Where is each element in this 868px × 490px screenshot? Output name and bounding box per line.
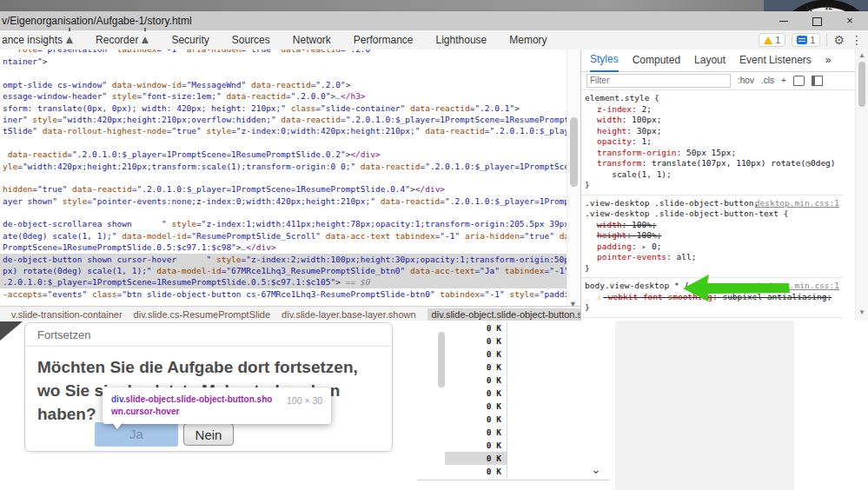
tab-label: Security xyxy=(171,34,209,46)
devtools-tab-lighthouse[interactable]: Lighthouse xyxy=(436,34,487,46)
elements-tree-row[interactable]: role="presentation" tabindex="-1" aria-h… xyxy=(0,50,567,56)
size-list-row[interactable]: 0 K xyxy=(445,361,507,374)
size-list-row[interactable]: 0 K xyxy=(445,426,507,439)
breadcrumb-item[interactable]: div.slide-object.slide-object-button.sho… xyxy=(427,308,580,321)
css-rule[interactable]: desktop.min.css:1.view-desktop .slide-ob… xyxy=(581,195,843,279)
code-line-text: de-object-button shown cursor-hover " st… xyxy=(3,255,567,264)
elements-tree-row[interactable]: essage-window-header" style="font-size:1… xyxy=(0,90,567,102)
styles-tab-event-listeners[interactable]: Event Listeners xyxy=(739,50,812,71)
maximize-button[interactable] xyxy=(802,11,832,30)
devtools-tab-ance-insights[interactable]: ance insights xyxy=(2,34,73,46)
size-list-row[interactable]: 0 K xyxy=(445,452,507,465)
close-button[interactable]: × xyxy=(835,11,865,30)
minimize-button[interactable] xyxy=(769,11,798,30)
css-property[interactable]: height: 100%; xyxy=(585,230,843,242)
elements-tree-row[interactable]: ayer shown" style="pointer-events:none;z… xyxy=(0,195,567,207)
elements-tree-row[interactable]: yle="width:420px;height:210px;transform:… xyxy=(0,161,567,172)
styles-scrollbar[interactable]: ▲ ▼ xyxy=(855,50,868,321)
elements-tree-row[interactable] xyxy=(0,172,567,183)
page-dark-corner xyxy=(0,321,23,341)
elements-tree-row[interactable]: iner" style="width:420px;height:210px;ov… xyxy=(0,114,567,125)
elements-scrollbar[interactable]: ▼ xyxy=(567,50,580,317)
file-size-list[interactable]: 0 K0 K0 K0 K0 K0 K0 K0 K0 K0 K0 K0 K xyxy=(445,321,507,478)
elements-tree-row[interactable]: de-object-button shown cursor-hover " st… xyxy=(0,254,567,265)
elements-tree-row[interactable]: de-object-scrollarea shown " style="z-in… xyxy=(0,218,567,229)
elements-tree-row[interactable]: px) rotate(0deg) scale(1, 1);" data-mode… xyxy=(0,265,567,276)
devtools-tab-recorder[interactable]: Recorder xyxy=(96,34,149,46)
css-property[interactable]: transform-origin: 50px 15px; xyxy=(585,148,843,159)
devtools-titlebar[interactable]: v/Eigenorganisation/Aufgabe-1/story.html… xyxy=(0,11,868,31)
styles-tab-computed[interactable]: Computed xyxy=(633,50,680,71)
more-menu-icon[interactable]: ⋮ xyxy=(851,30,863,50)
new-rule-button[interactable]: + xyxy=(781,76,786,85)
code-line-text: ate(0deg) scale(1, 1);" data-model-id="R… xyxy=(3,231,567,241)
breadcrumb-item[interactable]: div.slide-layer.base-layer.shown xyxy=(282,309,415,320)
scroll-up-icon[interactable]: ▲ xyxy=(858,51,865,59)
breadcrumb-item[interactable]: div.slide.cs-ResumePromptSlide xyxy=(134,309,271,320)
page-scrollbar-thumb[interactable] xyxy=(438,332,445,387)
chevron-down-icon[interactable]: ⌄ xyxy=(591,462,601,476)
css-property[interactable]: scale(1, 1); xyxy=(585,169,843,181)
warning-badge[interactable]: 1 xyxy=(759,33,785,47)
devtools-tab-network[interactable]: Network xyxy=(293,34,331,46)
elements-tree-row[interactable]: ompt-slide cs-window" data-window-id="Me… xyxy=(0,79,567,90)
size-list-row[interactable]: 0 K xyxy=(445,348,507,361)
elements-tree-row[interactable]: PromptScene=1ResumePromptSlide.0.5:$c97.… xyxy=(0,242,567,253)
size-list-row[interactable]: 0 K xyxy=(445,400,507,413)
size-list-row[interactable]: 0 K xyxy=(445,334,507,348)
rendering-icon[interactable] xyxy=(793,76,805,86)
tab-label: Lighthouse xyxy=(436,34,487,46)
warning-icon: ⚠ xyxy=(597,293,601,301)
styles-filter-input[interactable] xyxy=(586,74,731,88)
elements-tree-row[interactable] xyxy=(0,137,567,149)
styles-tab-layout[interactable]: Layout xyxy=(694,50,726,71)
clock-icon: 11 12 xyxy=(764,0,868,11)
elements-tree-row[interactable]: sform: translate(0px, 0px); width: 420px… xyxy=(0,103,567,114)
css-property[interactable]: pointer-events: all; xyxy=(585,252,843,263)
code-line-text: hidden="true" data-reactid=".2.0.1.0:$_p… xyxy=(3,184,445,194)
size-list-row[interactable]: 0 K xyxy=(445,374,507,387)
devtools-tab-sources[interactable]: Sources xyxy=(232,34,270,46)
elements-tree-row[interactable]: tSlide" data-rollout-highest-node="true"… xyxy=(0,125,567,136)
elements-tree-row[interactable]: data-reactid=".2.0.1.0:$_player=1PromptS… xyxy=(0,149,567,160)
elements-tree-row[interactable] xyxy=(0,207,567,218)
css-rule[interactable]: element.style {z-index: 2;width: 100px;h… xyxy=(581,90,843,195)
annotation-arrow-icon xyxy=(676,272,792,305)
sidebar-toggle-icon[interactable] xyxy=(812,76,823,86)
class-toggle[interactable]: .cls xyxy=(761,76,774,85)
size-list-row[interactable]: 0 K xyxy=(445,387,507,400)
breadcrumb-item[interactable]: v.slide-transition-container xyxy=(11,309,123,320)
css-property[interactable]: opacity: 1; xyxy=(585,136,843,148)
styles-tab--[interactable]: » xyxy=(825,50,832,71)
elements-tree-row[interactable]: ate(0deg) scale(1, 1);" data-model-id="R… xyxy=(0,230,567,242)
elements-scrollbar-thumb[interactable] xyxy=(570,117,578,187)
stylesheet-link[interactable]: desktop.min.css:1 xyxy=(755,198,839,209)
styles-scrollbar-thumb[interactable] xyxy=(858,62,865,107)
gear-icon[interactable]: ⚙ xyxy=(833,30,845,50)
size-list-row[interactable]: 0 K xyxy=(445,439,507,452)
elements-tree-row[interactable]: -accepts="events" class="btn slide-objec… xyxy=(0,288,567,300)
devtools-tab-security[interactable]: Security xyxy=(171,34,209,46)
elements-tree-row[interactable]: ntainer"> xyxy=(0,56,567,67)
issues-badge[interactable]: 1 xyxy=(792,33,820,47)
ja-button[interactable]: Ja xyxy=(95,422,178,447)
scroll-down-icon[interactable]: ▼ xyxy=(858,308,865,316)
css-property[interactable]: z-index: 2; xyxy=(585,104,843,116)
css-property[interactable]: height: 30px; xyxy=(585,126,843,137)
nein-button[interactable]: Nein xyxy=(183,423,234,446)
pseudo-state-toggle[interactable]: :hov xyxy=(738,76,754,85)
size-list-row[interactable]: 0 K xyxy=(445,321,507,334)
elements-tree-row[interactable] xyxy=(0,67,567,78)
devtools-tab-performance[interactable]: Performance xyxy=(354,34,414,46)
elements-tree-row[interactable]: .2.0.1.0:$_player=1PromptScene=1ResumePr… xyxy=(0,276,567,288)
devtools-tab-memory[interactable]: Memory xyxy=(509,34,547,46)
elements-tree-panel[interactable]: role="presentation" tabindex="-1" aria-h… xyxy=(0,50,567,306)
size-list-row[interactable]: 0 K xyxy=(445,465,507,478)
css-property[interactable]: width: 100px; xyxy=(585,115,843,126)
elements-tree-row[interactable]: hidden="true" data-reactid=".2.0.1.0:$_p… xyxy=(0,183,567,195)
size-list-row[interactable]: 0 K xyxy=(445,413,507,426)
css-property[interactable]: padding: ▸ 0; xyxy=(585,242,843,253)
css-property[interactable]: transform: translate(107px, 110px) rotat… xyxy=(585,158,843,169)
styles-tab-styles[interactable]: Styles xyxy=(590,50,619,72)
css-property[interactable]: width: 100%; xyxy=(585,220,843,231)
